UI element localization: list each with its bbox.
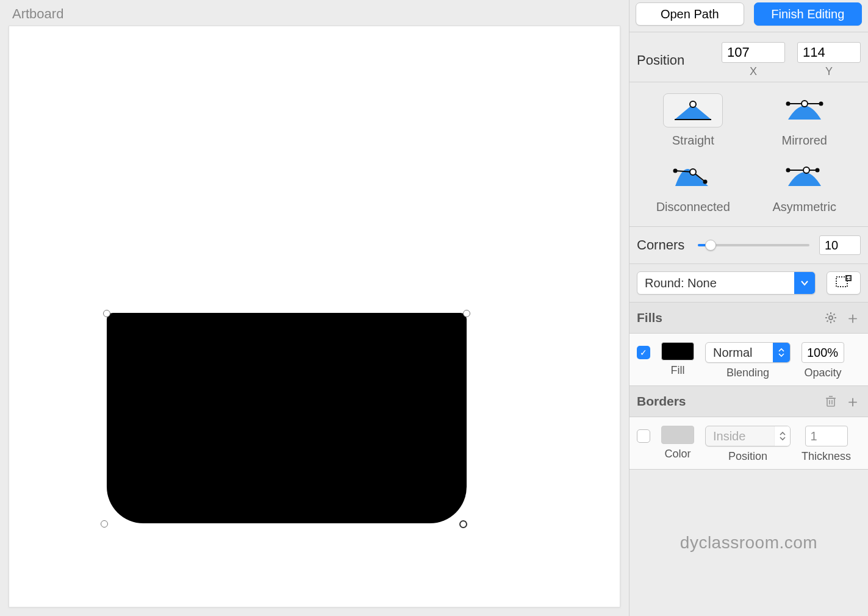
corners-slider[interactable] — [698, 244, 809, 246]
blending-value: Normal — [706, 346, 773, 360]
svg-line-24 — [834, 321, 835, 322]
fills-header: Fills ＋ — [629, 303, 868, 334]
corners-slider-thumb[interactable] — [705, 240, 716, 251]
vector-point-top-right[interactable] — [463, 310, 470, 317]
fill-color-swatch[interactable] — [661, 342, 694, 360]
round-select[interactable]: Round: None — [637, 271, 816, 295]
borders-header: Borders ＋ — [629, 386, 868, 417]
svg-point-18 — [829, 316, 833, 320]
fills-title: Fills — [637, 310, 817, 325]
svg-point-12 — [786, 168, 790, 173]
svg-rect-27 — [827, 398, 834, 406]
stepper-icon — [773, 343, 790, 362]
fill-sublabel: Fill — [671, 364, 685, 377]
vector-point-bottom-right-selected[interactable] — [459, 520, 467, 528]
stepper-icon — [774, 426, 790, 446]
trash-icon[interactable] — [823, 393, 839, 409]
blending-select[interactable]: Normal — [705, 342, 791, 363]
svg-text:+: + — [848, 276, 851, 281]
canvas-area: Artboard — [0, 0, 629, 616]
transform-icon-button[interactable]: + — [827, 271, 861, 295]
plus-icon[interactable]: ＋ — [845, 310, 861, 326]
border-color-sublabel: Color — [664, 448, 690, 460]
straight-label: Straight — [672, 134, 714, 148]
corners-label: Corners — [637, 237, 688, 253]
border-thickness-input[interactable] — [805, 426, 848, 446]
transform-icon: + — [835, 274, 852, 292]
position-label: Position — [637, 52, 684, 68]
position-x-input[interactable] — [722, 42, 785, 63]
disconnected-label: Disconnected — [656, 200, 730, 214]
vector-shape[interactable] — [107, 313, 467, 523]
straight-icon — [663, 93, 723, 127]
border-color-swatch[interactable] — [661, 426, 694, 444]
vector-point-bottom-left[interactable] — [101, 520, 108, 528]
finish-editing-button[interactable]: Finish Editing — [754, 2, 863, 26]
point-type-straight[interactable]: Straight — [663, 93, 723, 148]
gear-icon[interactable] — [823, 310, 839, 326]
point-type-disconnected[interactable]: Disconnected — [656, 160, 730, 214]
fill-enabled-checkbox[interactable]: ✓ — [637, 346, 650, 359]
svg-line-25 — [827, 321, 828, 322]
svg-line-26 — [834, 314, 835, 315]
disconnected-icon — [663, 160, 723, 194]
vector-point-top-left[interactable] — [103, 310, 110, 317]
artboard[interactable] — [9, 26, 620, 607]
svg-point-1 — [690, 101, 696, 107]
svg-point-8 — [673, 169, 678, 173]
mirrored-icon — [775, 93, 834, 127]
svg-point-4 — [819, 102, 823, 106]
watermark-text: dyclassroom.com — [629, 470, 868, 616]
svg-point-3 — [786, 102, 790, 106]
border-thickness-sublabel: Thickness — [802, 450, 851, 463]
round-select-value: Round: None — [637, 276, 794, 290]
position-x-sublabel: X — [750, 65, 757, 78]
point-type-asymmetric[interactable]: Asymmetric — [773, 160, 836, 214]
corners-input[interactable] — [819, 235, 861, 255]
opacity-sublabel: Opacity — [804, 367, 841, 379]
svg-point-14 — [803, 167, 809, 173]
border-position-value: Inside — [706, 429, 774, 443]
asymmetric-label: Asymmetric — [773, 200, 836, 214]
svg-point-10 — [690, 169, 696, 175]
svg-point-9 — [703, 180, 708, 184]
border-position-sublabel: Position — [728, 450, 767, 463]
svg-point-5 — [802, 101, 808, 107]
point-type-mirrored[interactable]: Mirrored — [775, 93, 834, 148]
plus-icon[interactable]: ＋ — [845, 393, 861, 409]
border-enabled-checkbox[interactable] — [637, 429, 650, 443]
svg-line-23 — [827, 314, 828, 315]
borders-title: Borders — [637, 394, 817, 409]
position-y-input[interactable] — [797, 42, 861, 63]
mirrored-label: Mirrored — [782, 134, 827, 148]
inspector-panel: Open Path Finish Editing Position X Y St… — [629, 0, 868, 616]
svg-point-13 — [815, 168, 819, 173]
open-path-button[interactable]: Open Path — [636, 2, 744, 26]
chevron-down-icon — [794, 272, 815, 294]
fill-opacity-input[interactable] — [802, 342, 844, 363]
artboard-label: Artboard — [12, 6, 620, 22]
asymmetric-icon — [775, 160, 834, 194]
blending-sublabel: Blending — [726, 367, 769, 379]
border-position-select[interactable]: Inside — [705, 426, 791, 446]
position-y-sublabel: Y — [825, 65, 833, 78]
